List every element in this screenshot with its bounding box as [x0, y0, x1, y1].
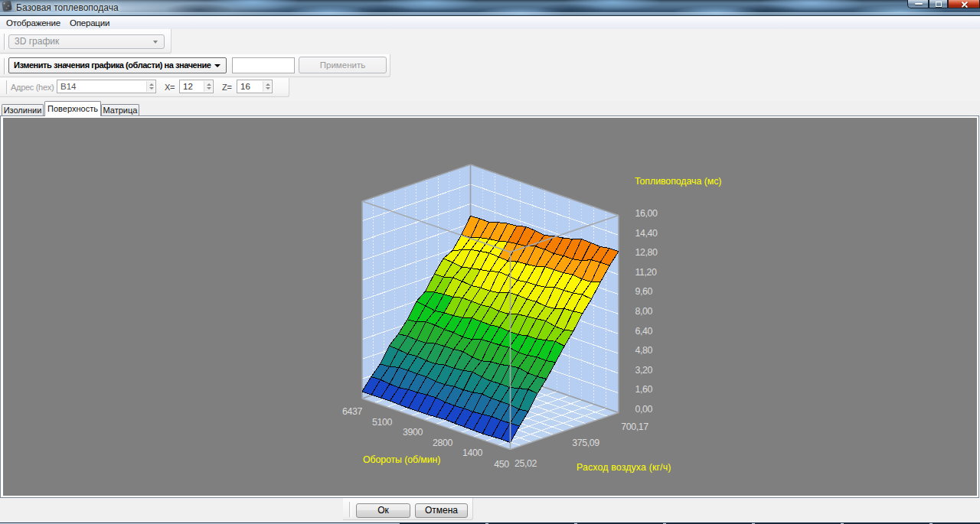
svg-text:12,80: 12,80	[635, 247, 658, 258]
svg-text:2800: 2800	[433, 438, 452, 448]
svg-text:375,09: 375,09	[572, 438, 599, 448]
svg-text:16,00: 16,00	[635, 208, 658, 219]
svg-text:Топливоподача (мс): Топливоподача (мс)	[635, 176, 721, 187]
svg-text:4,80: 4,80	[635, 345, 653, 356]
svg-text:6,40: 6,40	[635, 326, 653, 337]
svg-text:3,20: 3,20	[635, 365, 653, 376]
svg-text:0,00: 0,00	[635, 404, 653, 415]
svg-text:5100: 5100	[372, 417, 392, 428]
svg-text:25,02: 25,02	[514, 458, 537, 469]
svg-text:11,20: 11,20	[635, 267, 658, 278]
svg-text:9,60: 9,60	[635, 286, 653, 297]
svg-text:3900: 3900	[403, 427, 423, 438]
svg-text:14,40: 14,40	[635, 228, 658, 239]
svg-text:Расход воздуха (кг/ч): Расход воздуха (кг/ч)	[577, 462, 671, 473]
svg-text:8,00: 8,00	[635, 306, 653, 317]
svg-text:700,17: 700,17	[621, 421, 648, 432]
svg-text:1400: 1400	[462, 448, 482, 458]
svg-text:6437: 6437	[342, 406, 362, 417]
svg-text:1,60: 1,60	[635, 384, 653, 395]
svg-text:450: 450	[494, 459, 509, 470]
svg-text:Обороты (об/мин): Обороты (об/мин)	[363, 454, 440, 465]
